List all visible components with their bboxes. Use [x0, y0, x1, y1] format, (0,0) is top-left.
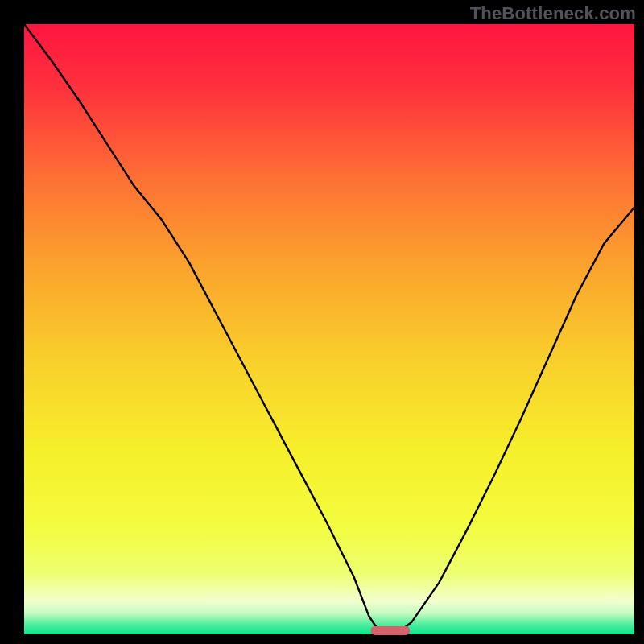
- bottleneck-chart: [0, 0, 644, 644]
- chart-frame: TheBottleneck.com: [0, 0, 644, 644]
- watermark-text: TheBottleneck.com: [470, 3, 636, 24]
- optimum-marker: [371, 626, 411, 635]
- plot-background: [24, 24, 634, 634]
